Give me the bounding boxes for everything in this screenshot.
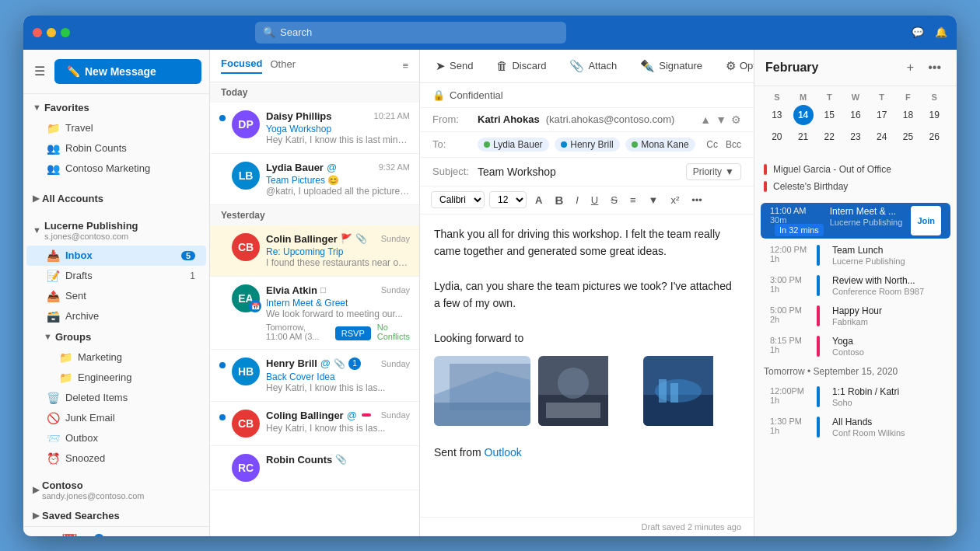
tab-other[interactable]: Other: [270, 58, 296, 73]
cal-event-review[interactable]: 3:00 PM 1h Review with North... Conferen…: [761, 272, 950, 299]
cal-day-23[interactable]: 23: [845, 127, 866, 147]
cal-event-robin-katri[interactable]: 12:00PM 1h 1:1 Robin / Katri Soho: [761, 383, 950, 410]
align-button[interactable]: ≡: [626, 192, 640, 208]
notification-icon[interactable]: 🔔: [935, 26, 947, 38]
cal-day-21[interactable]: 21: [793, 127, 814, 147]
attach-button[interactable]: 📎 Attach: [565, 56, 621, 76]
calendar-bottom-icon[interactable]: 📅: [61, 533, 78, 536]
sidebar-item-robin-counts[interactable]: 👥 Robin Counts: [26, 138, 206, 159]
sidebar-item-inbox[interactable]: 📥 Inbox 5: [26, 246, 206, 266]
cal-event-teamlunch[interactable]: 12:00 PM 1h Team Lunch Lucerne Publishin…: [761, 242, 950, 269]
hamburger-button[interactable]: ☰: [31, 61, 48, 82]
more-format-button[interactable]: ▼: [645, 192, 663, 208]
people-icon: 👥: [47, 142, 59, 155]
cc-bcc-controls[interactable]: Cc Bcc: [706, 139, 741, 150]
close-button[interactable]: [33, 28, 42, 37]
contoso-header[interactable]: ▶ Contoso sandy.jones@contoso.com: [23, 475, 209, 505]
email-item-henry[interactable]: HB Henry Brill @ 📎 1 Sunday Back Cover I…: [210, 350, 419, 402]
more-format2-button[interactable]: •••: [688, 192, 706, 208]
rsvp-button[interactable]: RSVP: [335, 326, 371, 340]
groups-header[interactable]: ▼ Groups: [23, 326, 209, 347]
cal-event-intern[interactable]: 11:00 AM 30m In 32 mins Intern Meet & ..…: [761, 203, 950, 239]
cal-day-16[interactable]: 16: [845, 105, 866, 125]
saved-searches-header[interactable]: ▶ Saved Searches: [23, 505, 209, 526]
sidebar-item-snoozed[interactable]: ⏰ Snoozed: [26, 448, 206, 469]
email-item-lydia[interactable]: LB Lydia Bauer @ 9:32 AM Team Pictures 😊…: [210, 154, 419, 205]
sidebar-item-marketing[interactable]: 📁 Marketing: [26, 347, 206, 368]
calendar-add-button[interactable]: +: [902, 59, 919, 76]
favorites-header[interactable]: ▼ Favorites: [23, 97, 209, 118]
format-a-button[interactable]: A: [531, 192, 546, 208]
options-button[interactable]: ⚙ Options: [721, 56, 754, 76]
more-bottom-icon[interactable]: •••: [120, 533, 135, 536]
email-item-elvia[interactable]: EA 📅 Elvia Atkin □ Sunday Intern Meet & …: [210, 277, 419, 350]
sidebar-item-junk[interactable]: 🚫 Junk Email: [26, 408, 206, 428]
font-select[interactable]: Calibri: [431, 191, 485, 208]
allday-event-miguel[interactable]: Miguel Garcia - Out of Office: [754, 161, 957, 178]
from-up-button[interactable]: ▲: [700, 113, 711, 126]
recipient-henry[interactable]: Henry Brill: [555, 138, 619, 152]
discard-button[interactable]: 🗑 Discard: [492, 56, 551, 75]
size-select[interactable]: 12: [489, 191, 527, 208]
cal-day-17[interactable]: 17: [872, 105, 892, 125]
body-paragraph-1: Thank you all for driving this workshop.…: [434, 225, 740, 260]
strikethrough-button[interactable]: S: [607, 192, 621, 208]
all-accounts-header[interactable]: ▶ All Accounts: [23, 188, 209, 209]
sidebar-item-outbox[interactable]: 📨 Outbox: [26, 428, 206, 448]
filter-icon[interactable]: ≡: [402, 60, 408, 71]
mail-bottom-icon[interactable]: ✉️: [31, 533, 48, 536]
send-button[interactable]: ➤ Send: [431, 56, 478, 76]
allday-event-celeste[interactable]: Celeste's Birthday: [754, 178, 957, 195]
email-item-daisy[interactable]: DP Daisy Phillips 10:21 AM Yoga Workshop…: [210, 103, 419, 154]
cal-day-13[interactable]: 13: [767, 105, 787, 125]
sidebar-item-engineering[interactable]: 📁 Engineering: [26, 368, 206, 388]
email-item-coling2[interactable]: CB Coling Ballinger @ Sunday Hey Katri, …: [210, 402, 419, 446]
cal-day-24[interactable]: 24: [872, 127, 892, 147]
calendar-more-button[interactable]: •••: [923, 59, 946, 76]
cal-event-yoga[interactable]: 8:15 PM 1h Yoga Contoso: [761, 333, 950, 360]
underline-button[interactable]: U: [587, 192, 602, 208]
cal-day-25[interactable]: 25: [898, 127, 918, 147]
priority-button[interactable]: Priority ▼: [686, 163, 741, 180]
recipient-mona[interactable]: Mona Kane: [625, 138, 695, 152]
email-item-robin[interactable]: RC Robin Counts 📎: [210, 446, 419, 490]
new-message-button[interactable]: ✏️ New Message: [54, 59, 201, 84]
sidebar-item-archive[interactable]: 🗃️ Archive: [26, 306, 206, 326]
email-meta-colin: Colin Ballinger 🚩 📎 Sunday: [266, 233, 410, 245]
italic-button[interactable]: I: [572, 192, 583, 208]
cal-day-14-today[interactable]: 14: [793, 105, 814, 125]
sidebar-item-sent[interactable]: 📤 Sent: [26, 286, 206, 306]
minimize-button[interactable]: [47, 28, 56, 37]
compose-body[interactable]: Thank you all for driving this workshop.…: [420, 214, 754, 517]
from-down-button[interactable]: ▼: [716, 113, 726, 126]
cal-day-22[interactable]: 22: [819, 127, 839, 147]
recipient-lydia[interactable]: Lydia Bauer: [478, 138, 549, 152]
maximize-button[interactable]: [61, 28, 70, 37]
event-detail-robin: 1:1 Robin / Katri Soho: [832, 386, 941, 407]
sidebar-item-travel[interactable]: 📁 Travel: [26, 118, 206, 138]
cal-day-26[interactable]: 26: [924, 127, 944, 147]
cal-day-19[interactable]: 19: [924, 105, 944, 125]
bold-button[interactable]: B: [551, 191, 567, 209]
cal-day-18[interactable]: 18: [898, 105, 918, 125]
search-bar[interactable]: 🔍 Search: [255, 22, 566, 44]
from-more-button[interactable]: ⚙: [731, 113, 741, 126]
sidebar-item-contoso-marketing[interactable]: 👥 Contoso Marketing: [26, 159, 206, 179]
people-bottom-icon[interactable]: 👤: [90, 533, 107, 536]
subject-input[interactable]: [478, 166, 680, 178]
sidebar-item-drafts[interactable]: 📝 Drafts 1: [26, 266, 206, 286]
email-content-daisy: Daisy Phillips 10:21 AM Yoga Workshop He…: [266, 110, 410, 145]
chat-icon[interactable]: 💬: [912, 26, 924, 38]
cal-event-happyhour[interactable]: 5:00 PM 2h Happy Hour Fabrikam: [761, 302, 950, 330]
cal-event-allhands[interactable]: 1:30 PM 1h All Hands Conf Room Wilkins: [761, 413, 950, 441]
join-button[interactable]: Join: [911, 206, 941, 235]
lucerne-header[interactable]: ▼ Lucerne Publishing s.jones@contoso.com: [23, 215, 209, 246]
cal-day-15[interactable]: 15: [819, 105, 839, 125]
tab-focused[interactable]: Focused: [221, 58, 262, 74]
signature-button[interactable]: ✒️ Signature: [635, 56, 707, 76]
sidebar-item-deleted[interactable]: 🗑️ Deleted Items: [26, 388, 206, 408]
email-item-colin[interactable]: CB Colin Ballinger 🚩 📎 Sunday Re: Upcomi…: [210, 225, 419, 277]
outlook-link[interactable]: Outlook: [485, 446, 522, 459]
cal-day-20[interactable]: 20: [767, 127, 787, 147]
superscript-button[interactable]: x²: [667, 192, 683, 208]
